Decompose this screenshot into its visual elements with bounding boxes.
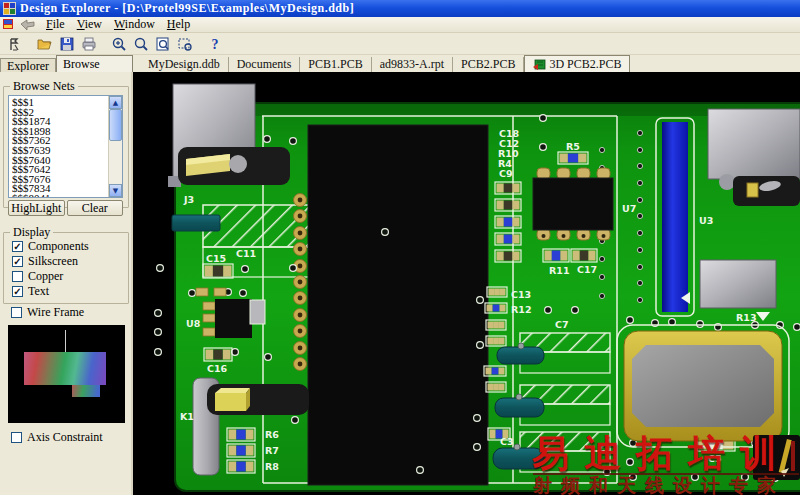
zoom-document-icon[interactable]: [152, 34, 174, 54]
menu-view[interactable]: View: [71, 17, 108, 32]
scroll-down-icon[interactable]: ▼: [109, 184, 122, 197]
toolbar-separator: [26, 34, 34, 54]
browse-pcb3d-panel: Browse Nets $$$1$$$2$$$1874$$$1898$$$736…: [0, 72, 133, 495]
display-option-label: Copper: [28, 269, 63, 284]
print-icon[interactable]: [78, 34, 100, 54]
panel-tab-browse-pcb3d[interactable]: Browse PCB3D: [56, 55, 133, 72]
menu-help[interactable]: Help: [161, 17, 196, 32]
zoom-icon[interactable]: [130, 34, 152, 54]
pcb-3d-viewport[interactable]: J3C15C11C18C12R10R4C9R5U7R11C17U3U8C16K1…: [133, 72, 800, 495]
preview-3d-thumbnail[interactable]: [8, 325, 125, 423]
component-label-C16: C16: [207, 363, 228, 374]
application-window: Design Explorer - [D:\Protel99SE\Example…: [0, 0, 800, 495]
net-list-item[interactable]: $$$8041: [12, 194, 122, 198]
browse-nets-title: Browse Nets: [10, 79, 78, 94]
component-label-U3: U3: [699, 215, 713, 226]
nets-scrollbar[interactable]: ▲ ▼: [108, 96, 122, 197]
component-label-C11: C11: [236, 248, 256, 259]
axis-constraint-label: Axis Constraint: [27, 430, 103, 445]
component-label-R7: R7: [265, 445, 279, 456]
menu-bar: FileViewWindowHelp: [0, 17, 800, 33]
component-label-U7: U7: [622, 203, 636, 214]
display-groupbox: Display ✓Components✓SilkscreenCopper✓Tex…: [3, 232, 129, 304]
title-bar[interactable]: Design Explorer - [D:\Protel99SE\Example…: [0, 0, 800, 17]
pcb-3d-view[interactable]: J3C15C11C18C12R10R4C9R5U7R11C17U3U8C16K1…: [133, 72, 800, 495]
toolbar-separator: [100, 34, 108, 54]
panel-tabs: ExplorerBrowse PCB3D: [0, 55, 133, 72]
scroll-thumb[interactable]: [109, 109, 122, 141]
component-label-C7: C7: [555, 319, 569, 330]
main-toolbar: ?: [0, 33, 800, 55]
component-label-C17: C17: [577, 264, 597, 275]
component-label-C13: C13: [511, 289, 531, 300]
open-folder-icon[interactable]: [34, 34, 56, 54]
browse-nets-groupbox: Browse Nets $$$1$$$2$$$1874$$$1898$$$736…: [3, 86, 129, 208]
menu-window[interactable]: Window: [108, 17, 161, 32]
svg-text:?: ?: [212, 37, 219, 52]
wire-frame-option[interactable]: Wire Frame: [11, 305, 84, 320]
component-label-R6: R6: [265, 429, 279, 440]
doc-tab-pcb1-pcb[interactable]: PCB1.PCB: [300, 57, 371, 72]
save-icon[interactable]: [56, 34, 78, 54]
document-system-icon[interactable]: [2, 18, 16, 31]
axis-constraint-option[interactable]: Axis Constraint: [11, 430, 103, 445]
window-title: Design Explorer - [D:\Protel99SE\Example…: [20, 1, 354, 16]
panel-tab-explorer[interactable]: Explorer: [0, 58, 56, 72]
doc-tab-documents[interactable]: Documents: [229, 57, 301, 72]
display-option-copper[interactable]: Copper: [12, 269, 128, 284]
component-label-R5: R5: [566, 141, 580, 152]
component-label-C5: C5: [708, 453, 722, 464]
silkscreen-checkbox[interactable]: ✓: [12, 256, 23, 267]
components-checkbox[interactable]: ✓: [12, 241, 23, 252]
display-option-label: Components: [28, 239, 89, 254]
clear-button[interactable]: Clear: [67, 200, 124, 216]
component-label-K1: K1: [180, 411, 194, 422]
preview-board-image: [24, 352, 106, 385]
zoom-in-icon[interactable]: [108, 34, 130, 54]
component-label-C15: C15: [206, 253, 226, 264]
document-tabs: MyDesign.ddbDocumentsPCB1.PCBad9833-A.rp…: [140, 55, 630, 72]
doc-tab-mydesign-ddb[interactable]: MyDesign.ddb: [140, 57, 229, 72]
component-label-R12: R12: [511, 304, 532, 315]
display-option-silkscreen[interactable]: ✓Silkscreen: [12, 254, 128, 269]
doc-tab-3d-pcb2-pcb[interactable]: 3D PCB2.PCB: [524, 55, 630, 72]
menu-file[interactable]: File: [40, 17, 71, 32]
tab-row: ExplorerBrowse PCB3D MyDesign.ddbDocumen…: [0, 55, 800, 72]
explorer-toggle-icon[interactable]: [4, 34, 26, 54]
preview-board-image-2: [72, 385, 100, 397]
doc-tab-pcb2-pcb[interactable]: PCB2.PCB: [453, 57, 524, 72]
component-label-C3: C3: [500, 436, 514, 447]
pcb3d-doc-icon: [533, 59, 546, 70]
doc-tab-ad9833-a-rpt[interactable]: ad9833-A.rpt: [372, 57, 453, 72]
zoom-area-icon[interactable]: [174, 34, 196, 54]
component-label-J3: J3: [183, 194, 194, 205]
down-arrow-icon[interactable]: [18, 18, 38, 31]
highlight-button[interactable]: HighLight: [8, 200, 65, 216]
copper-checkbox[interactable]: [12, 271, 23, 282]
component-label-R8: R8: [265, 461, 279, 472]
component-label-R13: R13: [736, 312, 757, 323]
text-checkbox[interactable]: ✓: [12, 286, 23, 297]
app-icon: [3, 2, 16, 15]
display-option-text[interactable]: ✓Text: [12, 284, 128, 299]
display-title: Display: [10, 225, 53, 240]
axis-constraint-checkbox[interactable]: [11, 432, 22, 443]
display-option-label: Silkscreen: [28, 254, 78, 269]
display-option-components[interactable]: ✓Components: [12, 239, 128, 254]
scroll-up-icon[interactable]: ▲: [109, 96, 122, 109]
display-option-label: Text: [28, 284, 49, 299]
component-label-R11: R11: [549, 265, 570, 276]
wire-frame-label: Wire Frame: [27, 305, 84, 320]
help-icon[interactable]: ?: [204, 34, 226, 54]
toolbar-separator: [196, 34, 204, 54]
wire-frame-checkbox[interactable]: [11, 307, 22, 318]
component-label-C9: C9: [499, 168, 513, 179]
component-label-U8: U8: [186, 318, 201, 329]
nets-listbox[interactable]: $$$1$$$2$$$1874$$$1898$$$7362$$$7639$$$7…: [8, 95, 123, 198]
